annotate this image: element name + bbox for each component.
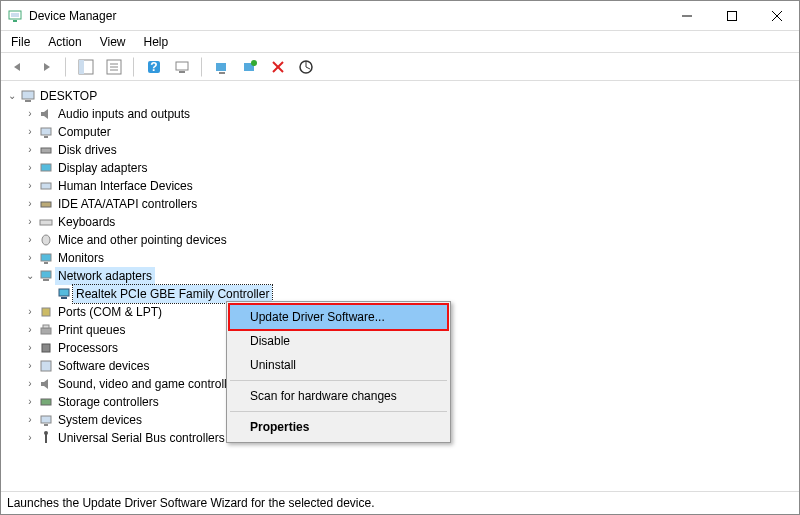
expand-icon[interactable]: › xyxy=(23,105,37,123)
expand-icon[interactable]: › xyxy=(23,177,37,195)
tree-item[interactable]: ›Computer xyxy=(5,123,795,141)
menu-action[interactable]: Action xyxy=(48,35,81,49)
uninstall-button[interactable] xyxy=(239,56,261,78)
svg-rect-30 xyxy=(41,183,51,189)
svg-rect-42 xyxy=(43,325,49,328)
ctx-properties[interactable]: Properties xyxy=(230,415,447,439)
tree-item[interactable]: ›Disk drives xyxy=(5,141,795,159)
svg-rect-44 xyxy=(41,361,51,371)
svg-rect-41 xyxy=(41,328,51,334)
svg-rect-28 xyxy=(41,148,51,153)
ctx-scan[interactable]: Scan for hardware changes xyxy=(230,384,447,408)
minimize-button[interactable] xyxy=(664,1,709,31)
svg-rect-27 xyxy=(44,136,48,138)
forward-button[interactable] xyxy=(35,56,57,78)
tree-item[interactable]: ›IDE ATA/ATAPI controllers xyxy=(5,195,795,213)
svg-rect-8 xyxy=(79,60,84,74)
expand-icon[interactable]: › xyxy=(23,411,37,429)
tree-item-label: Human Interface Devices xyxy=(55,177,196,195)
svg-rect-43 xyxy=(42,344,50,352)
tree-item-label: Ports (COM & LPT) xyxy=(55,303,165,321)
expand-icon[interactable]: › xyxy=(23,393,37,411)
ide-icon xyxy=(37,196,55,212)
back-button[interactable] xyxy=(7,56,29,78)
expand-icon[interactable]: › xyxy=(23,303,37,321)
enable-button[interactable] xyxy=(295,56,317,78)
tree-item-label: Keyboards xyxy=(55,213,118,231)
disable-button[interactable] xyxy=(267,56,289,78)
svg-rect-26 xyxy=(41,128,51,135)
svg-rect-39 xyxy=(61,297,67,299)
display-icon xyxy=(37,160,55,176)
expand-icon[interactable]: › xyxy=(23,357,37,375)
tree-item-label: Universal Serial Bus controllers xyxy=(55,429,228,447)
expand-icon[interactable]: › xyxy=(23,195,37,213)
tree-item-label: Sound, video and game controllers xyxy=(55,375,246,393)
menu-help[interactable]: Help xyxy=(144,35,169,49)
svg-rect-24 xyxy=(22,91,34,99)
svg-rect-34 xyxy=(41,254,51,261)
collapse-icon[interactable]: ⌄ xyxy=(23,267,37,285)
tree-item-label: Monitors xyxy=(55,249,107,267)
svg-rect-18 xyxy=(219,72,225,74)
system-icon xyxy=(37,412,55,428)
show-hide-tree-button[interactable] xyxy=(75,56,97,78)
status-text: Launches the Update Driver Software Wiza… xyxy=(7,496,375,510)
expand-icon[interactable]: › xyxy=(23,321,37,339)
ctx-uninstall[interactable]: Uninstall xyxy=(230,353,447,377)
tree-item[interactable]: ›Mice and other pointing devices xyxy=(5,231,795,249)
tree-item-label: Display adapters xyxy=(55,159,150,177)
close-button[interactable] xyxy=(754,1,799,31)
tree-item[interactable]: ›Keyboards xyxy=(5,213,795,231)
svg-rect-37 xyxy=(43,279,49,281)
svg-point-49 xyxy=(44,431,48,435)
window-controls xyxy=(664,1,799,31)
expand-icon[interactable]: › xyxy=(23,213,37,231)
svg-rect-25 xyxy=(25,100,31,102)
svg-point-33 xyxy=(42,235,50,245)
scan-button[interactable] xyxy=(171,56,193,78)
menu-view[interactable]: View xyxy=(100,35,126,49)
disk-icon xyxy=(37,142,55,158)
tree-item[interactable]: ›Human Interface Devices xyxy=(5,177,795,195)
tree-item-label: Software devices xyxy=(55,357,152,375)
expand-icon[interactable]: › xyxy=(23,141,37,159)
tree-item-label: Disk drives xyxy=(55,141,120,159)
storage-icon xyxy=(37,394,55,410)
expand-icon[interactable]: › xyxy=(23,375,37,393)
printer-icon xyxy=(37,322,55,338)
expand-icon[interactable]: › xyxy=(23,231,37,249)
expand-icon[interactable]: › xyxy=(23,429,37,447)
tree-item-label: System devices xyxy=(55,411,145,429)
menu-file[interactable]: File xyxy=(11,35,30,49)
svg-rect-4 xyxy=(727,11,736,20)
expand-icon[interactable]: › xyxy=(23,339,37,357)
ctx-disable[interactable]: Disable xyxy=(230,329,447,353)
toolbar-separator xyxy=(201,57,203,77)
collapse-icon[interactable]: ⌄ xyxy=(5,87,19,105)
tree-item-label: Network adapters xyxy=(55,267,155,285)
tree-item[interactable]: ›Audio inputs and outputs xyxy=(5,105,795,123)
tree-root-label: DESKTOP xyxy=(37,87,100,105)
svg-rect-46 xyxy=(41,416,51,423)
maximize-button[interactable] xyxy=(709,1,754,31)
keyboard-icon xyxy=(37,214,55,230)
ctx-update-driver[interactable]: Update Driver Software... xyxy=(230,305,447,329)
hid-icon xyxy=(37,178,55,194)
tree-root[interactable]: ⌄ DESKTOP xyxy=(5,87,795,105)
svg-point-20 xyxy=(251,60,257,66)
svg-rect-36 xyxy=(41,271,51,278)
tree-item-network[interactable]: ⌄Network adapters xyxy=(5,267,795,285)
update-driver-button[interactable] xyxy=(211,56,233,78)
svg-rect-45 xyxy=(41,399,51,405)
expand-icon[interactable]: › xyxy=(23,249,37,267)
window-title: Device Manager xyxy=(29,9,664,23)
tree-item-label: Computer xyxy=(55,123,114,141)
help-button[interactable]: ? xyxy=(143,56,165,78)
expand-icon[interactable]: › xyxy=(23,159,37,177)
properties-button[interactable] xyxy=(103,56,125,78)
tree-item[interactable]: ›Monitors xyxy=(5,249,795,267)
tree-item[interactable]: ›Display adapters xyxy=(5,159,795,177)
svg-rect-40 xyxy=(42,308,50,316)
expand-icon[interactable]: › xyxy=(23,123,37,141)
